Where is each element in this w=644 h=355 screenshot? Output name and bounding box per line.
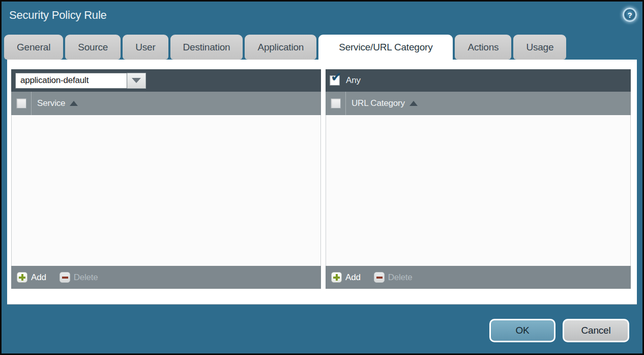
url-category-column-label: URL Category bbox=[352, 98, 405, 108]
url-category-select-all-checkbox[interactable] bbox=[331, 98, 341, 108]
url-category-delete-button[interactable]: Delete bbox=[374, 272, 413, 283]
delete-minus-icon bbox=[374, 272, 385, 283]
security-policy-rule-dialog: Security Policy Rule ? General Source Us… bbox=[0, 0, 644, 355]
sort-ascending-icon bbox=[70, 101, 78, 106]
add-plus-icon bbox=[331, 272, 342, 283]
url-category-add-button[interactable]: Add bbox=[331, 272, 361, 283]
any-checkbox-label: Any bbox=[346, 75, 361, 86]
checkmark-icon: ✔ bbox=[331, 70, 342, 84]
service-type-dropdown-button[interactable] bbox=[127, 73, 146, 89]
tab-source[interactable]: Source bbox=[65, 35, 121, 60]
add-plus-icon bbox=[17, 272, 27, 283]
tab-application[interactable]: Application bbox=[245, 35, 316, 60]
tab-service-url-category[interactable]: Service/URL Category bbox=[318, 35, 453, 60]
chevron-down-icon bbox=[132, 78, 141, 83]
help-icon[interactable]: ? bbox=[623, 8, 637, 22]
url-category-table-body bbox=[326, 115, 631, 266]
dialog-title: Security Policy Rule bbox=[9, 9, 107, 22]
url-category-footer: Add Delete bbox=[326, 266, 631, 289]
tab-content-service-url-category: application-default Service bbox=[7, 60, 637, 305]
ok-button[interactable]: OK bbox=[489, 319, 555, 342]
service-delete-button[interactable]: Delete bbox=[60, 272, 98, 283]
url-category-toolbar: ✔ Any bbox=[326, 69, 631, 92]
service-column-sort[interactable]: Service bbox=[37, 98, 78, 108]
service-type-dropdown[interactable]: application-default bbox=[15, 73, 146, 89]
service-type-dropdown-value[interactable]: application-default bbox=[15, 73, 127, 89]
cancel-button[interactable]: Cancel bbox=[563, 319, 629, 342]
tab-usage[interactable]: Usage bbox=[513, 35, 566, 60]
url-category-column-sort[interactable]: URL Category bbox=[352, 98, 418, 108]
tab-destination[interactable]: Destination bbox=[170, 35, 243, 60]
tab-general[interactable]: General bbox=[4, 35, 63, 60]
service-toolbar: application-default bbox=[11, 69, 321, 92]
any-checkbox[interactable]: ✔ bbox=[330, 75, 340, 86]
tab-actions[interactable]: Actions bbox=[455, 35, 511, 60]
service-add-button[interactable]: Add bbox=[17, 272, 46, 283]
url-category-table-header: URL Category bbox=[326, 92, 631, 115]
service-column-label: Service bbox=[37, 98, 65, 108]
service-table-header: Service bbox=[11, 92, 321, 115]
sort-ascending-icon bbox=[409, 101, 418, 106]
tab-user[interactable]: User bbox=[123, 35, 168, 60]
url-category-panel: ✔ Any URL Category Add bbox=[326, 69, 631, 289]
help-glyph: ? bbox=[628, 11, 632, 19]
delete-minus-icon bbox=[60, 272, 70, 283]
service-footer: Add Delete bbox=[11, 266, 321, 289]
service-select-all-checkbox[interactable] bbox=[16, 98, 26, 108]
service-table-body bbox=[11, 115, 321, 266]
tab-bar: General Source User Destination Applicat… bbox=[4, 35, 566, 60]
service-panel: application-default Service bbox=[11, 69, 321, 289]
